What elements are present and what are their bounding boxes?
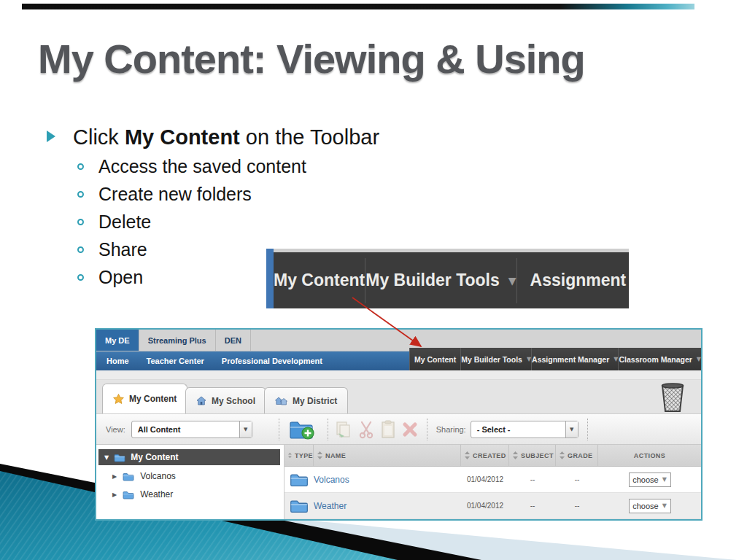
menu-item-my-builder-tools[interactable]: My Builder Tools▼	[365, 271, 516, 290]
sort-icon	[513, 451, 518, 459]
bullet-text-bold: My Content	[125, 125, 240, 149]
content-area: ▼ My Content ▶ Volcanos ▶ Weather	[96, 445, 701, 519]
tree-root-my-content[interactable]: ▼ My Content	[98, 449, 280, 465]
sub-bullet-icon	[77, 274, 84, 281]
table-header: TYPE NAME CREATED SUBJECT	[285, 445, 701, 467]
column-header-actions: ACTIONS	[598, 445, 701, 466]
row-type-cell	[285, 472, 314, 487]
snippet-blue-strip	[266, 249, 274, 308]
tab-my-content[interactable]: My Content	[102, 384, 187, 413]
sub-bullet-icon	[77, 191, 84, 198]
folder-icon	[114, 453, 125, 462]
sort-icon	[560, 451, 565, 459]
sub-bullet-icon	[77, 163, 84, 170]
content-tab-bar: My Content My School My District	[96, 380, 701, 414]
tab-label: DEN	[225, 336, 241, 345]
folder-icon	[123, 490, 134, 499]
item-link[interactable]: Volcanos	[314, 475, 349, 485]
tab-my-de[interactable]: My DE	[96, 330, 139, 351]
dropdown-arrow-icon: ▼	[662, 502, 667, 509]
created-cell: 01/04/2012	[461, 475, 509, 483]
column-label: NAME	[325, 452, 346, 459]
menu-item-assignment-manager[interactable]: Assignment Manager	[517, 271, 629, 290]
chevron-down-icon: ▼	[508, 275, 516, 287]
list-item: Access the saved content	[77, 155, 306, 177]
row-type-cell	[285, 498, 314, 513]
view-dropdown[interactable]: All Content ▼	[131, 421, 252, 438]
tab-label: Streaming Plus	[148, 336, 206, 345]
column-header-subject[interactable]: SUBJECT	[509, 445, 556, 466]
bullet-arrow-icon	[47, 131, 55, 142]
subject-cell: --	[509, 502, 556, 510]
menu-item-assignment-manager[interactable]: Assignment Manager▼	[531, 348, 618, 370]
slide: My Content: Viewing & Using Click My Con…	[0, 0, 747, 560]
menu-item-label: My Builder Tools	[461, 355, 522, 364]
menu-item-my-content[interactable]: My Content	[274, 271, 365, 290]
trash-icon[interactable]	[659, 382, 686, 413]
table-row: Volcanos 01/04/2012 -- -- choose ▼	[285, 467, 701, 493]
dark-menu-bar: My Content My Builder Tools▼ Assignment …	[409, 348, 701, 370]
sharing-dropdown[interactable]: - Select - ▼	[471, 421, 578, 438]
sub-bullet-text: Create new folders	[98, 184, 252, 205]
nav-item-home[interactable]: Home	[107, 357, 129, 365]
cut-icon[interactable]	[357, 420, 376, 439]
house-icon	[196, 396, 206, 405]
tab-streaming-plus[interactable]: Streaming Plus	[139, 330, 216, 351]
column-header-type[interactable]: TYPE	[285, 445, 314, 466]
menu-item-label: Classroom Manager	[619, 355, 692, 364]
spacer-strip	[96, 370, 701, 380]
tree-item-weather[interactable]: ▶ Weather	[112, 489, 173, 499]
new-folder-icon[interactable]	[289, 419, 315, 440]
sub-bullet-text: Access the saved content	[98, 156, 306, 177]
grade-cell: --	[556, 502, 598, 510]
sharing-dropdown-value: - Select -	[471, 421, 565, 438]
top-accent-bar	[22, 4, 694, 9]
dropdown-arrow-icon: ▼	[662, 476, 667, 483]
choose-action-dropdown[interactable]: choose ▼	[629, 499, 671, 513]
column-label: ACTIONS	[634, 452, 665, 459]
paste-icon[interactable]	[379, 420, 397, 439]
content-table: TYPE NAME CREATED SUBJECT	[285, 445, 701, 519]
toolbar-separator	[427, 419, 427, 440]
tree-root-label: My Content	[131, 452, 178, 462]
copy-icon[interactable]	[334, 420, 353, 439]
menu-item-classroom-manager[interactable]: Classroom Manager▼	[618, 348, 701, 370]
tab-my-district[interactable]: My District	[264, 387, 348, 413]
subject-cell: --	[509, 475, 556, 483]
delete-icon[interactable]	[400, 420, 419, 439]
column-label: GRADE	[568, 452, 593, 459]
bullet-text-pre: Click	[73, 125, 125, 149]
created-cell: 01/04/2012	[461, 502, 509, 510]
menu-item-label: Assignment Manager	[530, 271, 629, 290]
column-header-name[interactable]: NAME	[314, 445, 461, 466]
bullet-text-post: on the Toolbar	[240, 125, 379, 149]
menu-item-label: My Builder Tools	[365, 271, 500, 290]
view-dropdown-value: All Content	[132, 421, 239, 438]
tree-item-volcanos[interactable]: ▶ Volcanos	[112, 471, 176, 481]
content-toolbar: View: All Content ▼	[96, 414, 701, 445]
folder-icon	[123, 472, 134, 481]
tab-my-school[interactable]: My School	[185, 387, 266, 413]
triangle-right-icon: ▶	[112, 491, 117, 498]
tree-item-label: Volcanos	[140, 471, 176, 481]
sort-icon	[288, 451, 292, 459]
tab-label: My DE	[105, 336, 130, 345]
list-item: Delete	[77, 211, 306, 233]
dropdown-arrow-icon: ▼	[565, 421, 578, 438]
item-link[interactable]: Weather	[314, 501, 347, 511]
nav-item-teacher-center[interactable]: Teacher Center	[147, 357, 204, 365]
menu-item-my-builder-tools[interactable]: My Builder Tools▼	[460, 348, 531, 370]
sub-bullet-text: Open	[98, 267, 143, 288]
list-item: Create new folders	[77, 183, 306, 205]
chevron-down-icon: ▼	[697, 356, 701, 362]
choose-action-dropdown[interactable]: choose ▼	[629, 472, 671, 487]
tab-label: My District	[293, 396, 337, 406]
tab-den[interactable]: DEN	[216, 330, 251, 351]
column-header-created[interactable]: CREATED	[461, 445, 509, 466]
page-title: My Content: Viewing & Using	[38, 35, 585, 82]
triangle-right-icon: ▶	[112, 473, 117, 480]
column-header-grade[interactable]: GRADE	[556, 445, 598, 466]
nav-item-professional-development[interactable]: Professional Development	[222, 357, 322, 365]
tab-label: My School	[212, 396, 255, 406]
menu-item-label: Assignment Manager	[532, 355, 609, 364]
